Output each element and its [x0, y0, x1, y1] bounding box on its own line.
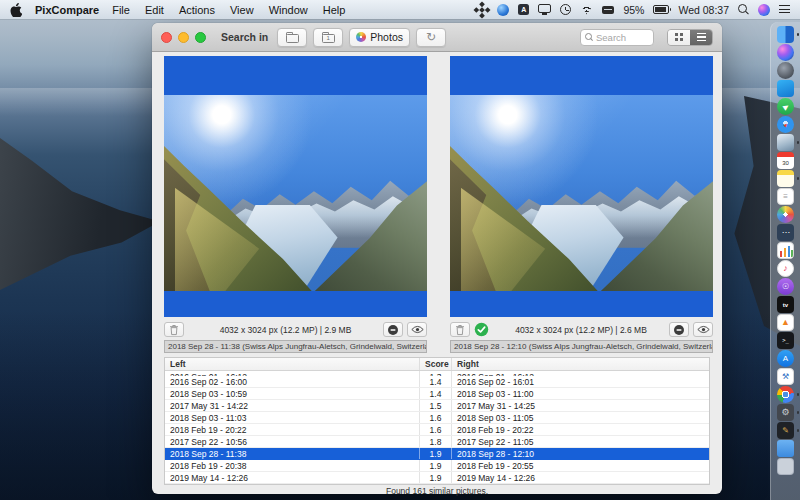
- clock-icon[interactable]: [560, 4, 571, 15]
- minimize-button[interactable]: [178, 32, 189, 43]
- search-photos-button[interactable]: Photos: [349, 28, 410, 47]
- siri-icon[interactable]: [758, 4, 770, 16]
- check-circle-icon: [474, 322, 489, 337]
- left-preview-button[interactable]: [407, 322, 427, 337]
- search-input[interactable]: [596, 32, 649, 43]
- apple-menu-icon[interactable]: [10, 3, 22, 17]
- pixcompare-window: Search in 1 Photos ↻: [152, 23, 722, 494]
- dock: ▶▲30≡…♪☉tv▲>_A⚒⚙✎: [770, 22, 800, 500]
- dock-podcasts[interactable]: ☉: [777, 278, 794, 295]
- close-button[interactable]: [161, 32, 172, 43]
- search-folder-button[interactable]: [277, 28, 307, 47]
- spotlight-icon[interactable]: [738, 4, 749, 15]
- table-row[interactable]: 2018 Sep 03 - 10:591.42018 Sep 03 - 11:0…: [165, 388, 709, 400]
- menubar-clock: Wed 08:37: [678, 4, 729, 16]
- notification-list-icon[interactable]: [779, 5, 790, 14]
- right-photo: [450, 95, 713, 291]
- left-photo: [164, 95, 427, 291]
- zoom-button[interactable]: [195, 32, 206, 43]
- eye-icon: [697, 325, 710, 334]
- refresh-icon: ↻: [426, 31, 436, 43]
- globe-icon[interactable]: [497, 4, 509, 16]
- dropbox-icon[interactable]: [476, 4, 488, 16]
- left-meta-row: 4032 x 3024 px (12.2 MP) | 2.9 MB: [164, 321, 427, 338]
- window-titlebar[interactable]: Search in 1 Photos ↻: [152, 23, 722, 52]
- circle-dash-icon: [387, 324, 399, 336]
- left-mark-button[interactable]: [383, 322, 403, 337]
- dock-chrome[interactable]: [777, 386, 794, 403]
- dock-music[interactable]: ♪: [777, 260, 794, 277]
- list-view-button[interactable]: [690, 30, 712, 45]
- dock-photos[interactable]: [777, 206, 794, 223]
- right-dimensions-label: 4032 x 3024 px (12.2 MP) | 2.6 MB: [493, 325, 669, 335]
- menu-edit[interactable]: Edit: [145, 4, 164, 16]
- table-row[interactable]: 2018 Feb 19 - 20:221.62018 Feb 19 - 20:2…: [165, 424, 709, 436]
- column-right[interactable]: Right: [451, 358, 709, 370]
- dock-vlc[interactable]: ▲: [777, 314, 794, 331]
- dock-xcode[interactable]: ⚒: [777, 368, 794, 385]
- status-icons: 95%Wed 08:37: [476, 4, 790, 16]
- battery-icon[interactable]: [653, 5, 669, 14]
- dock-reminders[interactable]: ≡: [777, 188, 794, 205]
- dock-gears[interactable]: ⚙: [777, 404, 794, 421]
- right-preview-button[interactable]: [693, 322, 713, 337]
- search-folder-badge-button[interactable]: 1: [313, 28, 343, 47]
- app-a-icon[interactable]: [518, 4, 529, 15]
- right-picture-panel[interactable]: [450, 56, 713, 317]
- right-mark-button[interactable]: [669, 322, 689, 337]
- menu-file[interactable]: File: [112, 4, 130, 16]
- status-footer: Found 161 similar pictures.: [152, 486, 722, 496]
- dock-tv[interactable]: tv: [777, 296, 794, 313]
- display-icon[interactable]: [538, 4, 551, 13]
- table-body: 2016 Sep 01 - 16:121.32016 Sep 01 - 16:1…: [165, 371, 709, 484]
- comparison-table: Left Score Right 2016 Sep 01 - 16:121.32…: [164, 357, 710, 485]
- right-selected-check: [474, 322, 489, 337]
- column-left[interactable]: Left: [165, 358, 419, 370]
- dock-finder[interactable]: [777, 26, 794, 43]
- trash-icon: [169, 324, 179, 336]
- dock-safari[interactable]: ▲: [777, 116, 794, 133]
- dock-terminal[interactable]: >_: [777, 332, 794, 349]
- column-score[interactable]: Score: [419, 358, 451, 370]
- dock-chart[interactable]: [777, 242, 794, 259]
- dock-calendar[interactable]: 30: [777, 152, 794, 169]
- view-mode-segmented: [667, 29, 713, 46]
- right-delete-button[interactable]: [450, 322, 470, 337]
- table-row[interactable]: 2018 Sep 28 - 11:381.92018 Sep 28 - 12:1…: [165, 448, 709, 460]
- dock-vscode[interactable]: [777, 80, 794, 97]
- wifi-icon[interactable]: [580, 5, 593, 15]
- battery-pack-icon[interactable]: [602, 6, 614, 14]
- refresh-button[interactable]: ↻: [416, 28, 446, 47]
- table-row[interactable]: 2018 Sep 03 - 11:031.62018 Sep 03 - 11:0…: [165, 412, 709, 424]
- table-row[interactable]: 2017 Sep 22 - 10:561.82017 Sep 22 - 11:0…: [165, 436, 709, 448]
- table-row[interactable]: 2018 Feb 19 - 20:381.92018 Feb 19 - 20:5…: [165, 460, 709, 472]
- dock-downloads[interactable]: [777, 440, 794, 457]
- circle-dash-icon: [673, 324, 685, 336]
- dock-siri[interactable]: [777, 44, 794, 61]
- dock-launchpad[interactable]: [777, 62, 794, 79]
- table-row[interactable]: 2017 May 31 - 14:221.52017 May 31 - 14:2…: [165, 400, 709, 412]
- dock-plane[interactable]: ▶: [777, 98, 794, 115]
- right-meta-row: 4032 x 3024 px (12.2 MP) | 2.6 MB: [450, 321, 713, 338]
- table-row[interactable]: 2019 May 14 - 12:261.92019 May 14 - 12:2…: [165, 472, 709, 484]
- folder-badge-icon: 1: [322, 34, 335, 43]
- dock-trash[interactable]: [777, 458, 794, 475]
- table-row[interactable]: 2016 Sep 02 - 16:001.42016 Sep 02 - 16:0…: [165, 376, 709, 388]
- folder-icon: [286, 34, 299, 43]
- left-delete-button[interactable]: [164, 322, 184, 337]
- menu-view[interactable]: View: [230, 4, 254, 16]
- search-in-label: Search in: [221, 31, 268, 43]
- menu-help[interactable]: Help: [323, 4, 346, 16]
- grid-view-button[interactable]: [668, 30, 690, 45]
- dock-notes[interactable]: [777, 170, 794, 187]
- dock-appstore[interactable]: A: [777, 350, 794, 367]
- search-field[interactable]: [580, 29, 654, 46]
- menu-window[interactable]: Window: [269, 4, 308, 16]
- menu-actions[interactable]: Actions: [179, 4, 215, 16]
- menubar-app-name[interactable]: PixCompare: [35, 4, 99, 16]
- left-picture-panel[interactable]: [164, 56, 427, 317]
- list-icon: [697, 33, 706, 41]
- dock-chat[interactable]: …: [777, 224, 794, 241]
- dock-preview[interactable]: [777, 134, 794, 151]
- dock-pen[interactable]: ✎: [777, 422, 794, 439]
